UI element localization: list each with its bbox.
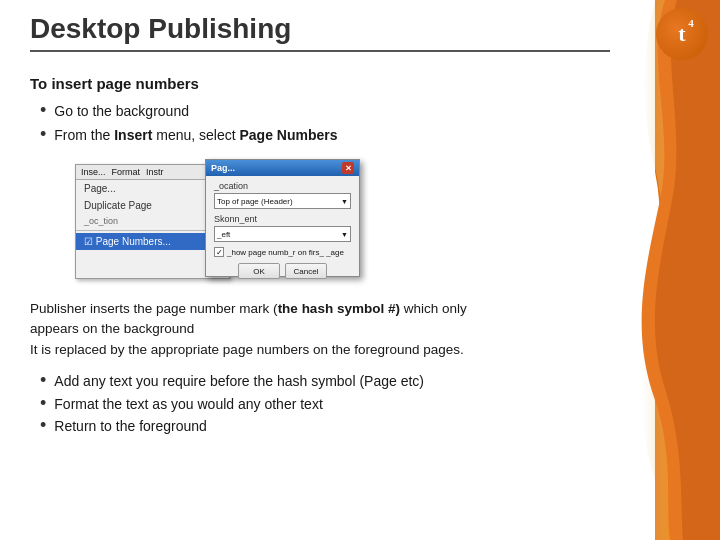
page-container: t4 Desktop Publishing To insert page num… <box>0 0 720 540</box>
dropdown-arrow-icon: ▼ <box>341 198 348 205</box>
appears-on-bg: appears on the background <box>30 321 194 336</box>
logo-badge: t4 <box>656 8 708 60</box>
hash-symbol-bold: the hash symbol #) <box>278 301 400 316</box>
dialog-buttons: OK Cancel <box>214 263 351 279</box>
checkbox-label: _how page numb_r on firs_ _age <box>227 248 344 257</box>
bottom-bullet-text-1: Add any text you require before the hash… <box>54 372 424 392</box>
replaced-text: It is replaced by the appropriate page n… <box>30 342 464 357</box>
logo-superscript: 4 <box>688 17 694 29</box>
dialog-titlebar: Pag... ✕ <box>206 160 359 176</box>
list-item: • Format the text as you would any other… <box>40 395 610 415</box>
menu-bar-item: Inse... <box>81 167 106 177</box>
title-underline <box>30 50 610 52</box>
logo-letter: t4 <box>678 21 685 47</box>
page-title: Desktop Publishing <box>30 12 610 46</box>
dialog-body: _ocation Top of page (Header) ▼ Skonn_en… <box>206 176 359 284</box>
bottom-bullet-text-3: Return to the foreground <box>54 417 207 437</box>
dialog-location-row: _ocation Top of page (Header) ▼ <box>214 181 351 209</box>
title-area: Desktop Publishing <box>30 12 610 52</box>
show-on-first-checkbox[interactable]: ✓ <box>214 247 224 257</box>
bullet-icon: • <box>40 101 46 119</box>
dialog-alignment-value: _eft <box>217 230 230 239</box>
bullet-icon: • <box>40 125 46 143</box>
dialog-titlebar-buttons: ✕ <box>342 162 354 174</box>
dialog-location-label: _ocation <box>214 181 351 191</box>
list-item: • From the Insert menu, select Page Numb… <box>40 126 610 146</box>
menu-bar-item: Format <box>112 167 141 177</box>
dialog-mockup: Pag... ✕ _ocation Top of page (Header) ▼ <box>205 159 360 277</box>
list-item: • Return to the foreground <box>40 417 610 437</box>
dialog-title: Pag... <box>211 163 235 173</box>
dialog-cancel-button[interactable]: Cancel <box>285 263 327 279</box>
bullet-list: • Go to the background • From the Insert… <box>40 102 610 145</box>
menu-bar-item: Instr <box>146 167 164 177</box>
list-item: • Add any text you require before the ha… <box>40 372 610 392</box>
dialog-location-select[interactable]: Top of page (Header) ▼ <box>214 193 351 209</box>
bullet-icon: • <box>40 416 46 434</box>
main-content: To insert page numbers • Go to the backg… <box>30 75 610 440</box>
dialog-alignment-row: Skonn_ent _eft ▼ <box>214 214 351 242</box>
dialog-checkbox-row: ✓ _how page numb_r on firs_ _age <box>214 247 351 257</box>
page-numbers-bold: Page Numbers <box>240 127 338 143</box>
orange-wave-decoration <box>625 0 720 540</box>
screenshot-area: Inse... Format Instr Page... Duplicate P… <box>30 159 610 289</box>
dialog-ok-button[interactable]: OK <box>238 263 280 279</box>
bullet-text-1: Go to the background <box>54 102 189 122</box>
dialog-location-value: Top of page (Header) <box>217 197 293 206</box>
checkbox-check-icon: ✓ <box>216 248 223 257</box>
section-heading: To insert page numbers <box>30 75 610 92</box>
bullet-icon: • <box>40 394 46 412</box>
dialog-close-icon: ✕ <box>342 162 354 174</box>
bullet-text-2: From the Insert menu, select Page Number… <box>54 126 337 146</box>
bullet-icon: • <box>40 371 46 389</box>
list-item: • Go to the background <box>40 102 610 122</box>
dialog-alignment-label: Skonn_ent <box>214 214 351 224</box>
dropdown-arrow-icon: ▼ <box>341 231 348 238</box>
bottom-bullet-list: • Add any text you require before the ha… <box>40 372 610 437</box>
insert-bold: Insert <box>114 127 152 143</box>
dialog-alignment-select[interactable]: _eft ▼ <box>214 226 351 242</box>
bottom-bullet-text-2: Format the text as you would any other t… <box>54 395 322 415</box>
body-paragraph: Publisher inserts the page number mark (… <box>30 299 610 360</box>
